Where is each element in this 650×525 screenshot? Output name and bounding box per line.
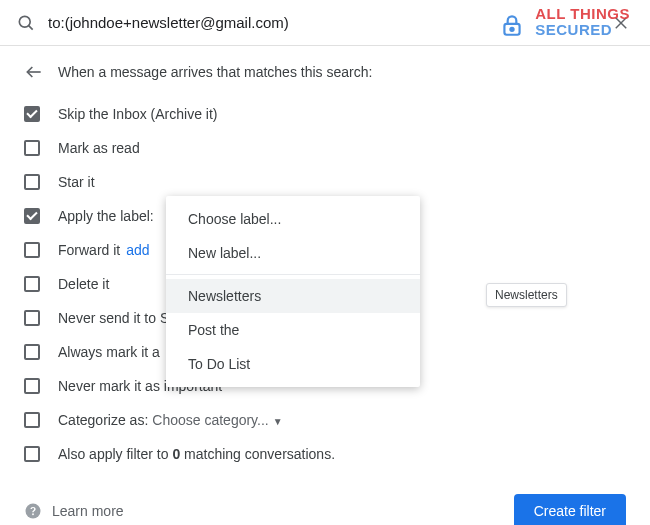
label-also-apply: Also apply filter to 0 matching conversa… — [58, 446, 335, 462]
checkbox-never-important[interactable] — [24, 378, 40, 394]
svg-point-0 — [19, 16, 30, 27]
label-star-it: Star it — [58, 174, 95, 190]
back-arrow-icon[interactable] — [24, 62, 44, 82]
option-also-apply: Also apply filter to 0 matching conversa… — [24, 438, 626, 470]
label-delete-it: Delete it — [58, 276, 109, 292]
search-icon[interactable] — [16, 13, 36, 33]
option-mark-read: Mark as read — [24, 132, 626, 164]
categorize-select[interactable]: Choose category...▼ — [152, 412, 282, 428]
learn-more-link[interactable]: Learn more — [24, 502, 124, 520]
svg-line-1 — [29, 25, 33, 29]
checkbox-forward-it[interactable] — [24, 242, 40, 258]
search-bar: to:(johndoe+newsletter@gmail.com) ALL TH… — [0, 0, 650, 46]
checkbox-mark-read[interactable] — [24, 140, 40, 156]
menu-new-label[interactable]: New label... — [166, 236, 420, 270]
label-never-spam: Never send it to S — [58, 310, 169, 326]
checkbox-categorize[interactable] — [24, 412, 40, 428]
menu-divider — [166, 274, 420, 275]
label-dropdown-menu: Choose label... New label... Newsletters… — [166, 196, 420, 387]
checkbox-delete-it[interactable] — [24, 276, 40, 292]
menu-newsletters[interactable]: Newsletters Newsletters — [166, 279, 420, 313]
chevron-down-icon: ▼ — [273, 416, 283, 427]
option-star-it: Star it — [24, 166, 626, 198]
label-categorize: Categorize as: — [58, 412, 148, 428]
label-forward-it: Forward it — [58, 242, 120, 258]
create-filter-button[interactable]: Create filter — [514, 494, 626, 525]
checkbox-apply-label[interactable] — [24, 208, 40, 224]
menu-todo-list[interactable]: To Do List — [166, 347, 420, 381]
panel-header: When a message arrives that matches this… — [24, 62, 626, 82]
label-skip-inbox: Skip the Inbox (Archive it) — [58, 106, 218, 122]
panel-header-text: When a message arrives that matches this… — [58, 64, 372, 80]
checkbox-never-spam[interactable] — [24, 310, 40, 326]
close-icon[interactable] — [608, 10, 634, 36]
panel-footer: Learn more Create filter — [0, 484, 650, 525]
menu-choose-label[interactable]: Choose label... — [166, 202, 420, 236]
checkbox-skip-inbox[interactable] — [24, 106, 40, 122]
help-icon — [24, 502, 42, 520]
tooltip-newsletters: Newsletters — [486, 283, 567, 307]
label-always-important: Always mark it a — [58, 344, 160, 360]
label-apply-label: Apply the label: — [58, 208, 154, 224]
search-input[interactable]: to:(johndoe+newsletter@gmail.com) — [48, 14, 608, 31]
label-mark-read: Mark as read — [58, 140, 140, 156]
checkbox-always-important[interactable] — [24, 344, 40, 360]
checkbox-also-apply[interactable] — [24, 446, 40, 462]
menu-post-the[interactable]: Post the — [166, 313, 420, 347]
forward-add-link[interactable]: add — [126, 242, 149, 258]
option-categorize: Categorize as: Choose category...▼ — [24, 404, 626, 436]
option-skip-inbox: Skip the Inbox (Archive it) — [24, 98, 626, 130]
checkbox-star-it[interactable] — [24, 174, 40, 190]
